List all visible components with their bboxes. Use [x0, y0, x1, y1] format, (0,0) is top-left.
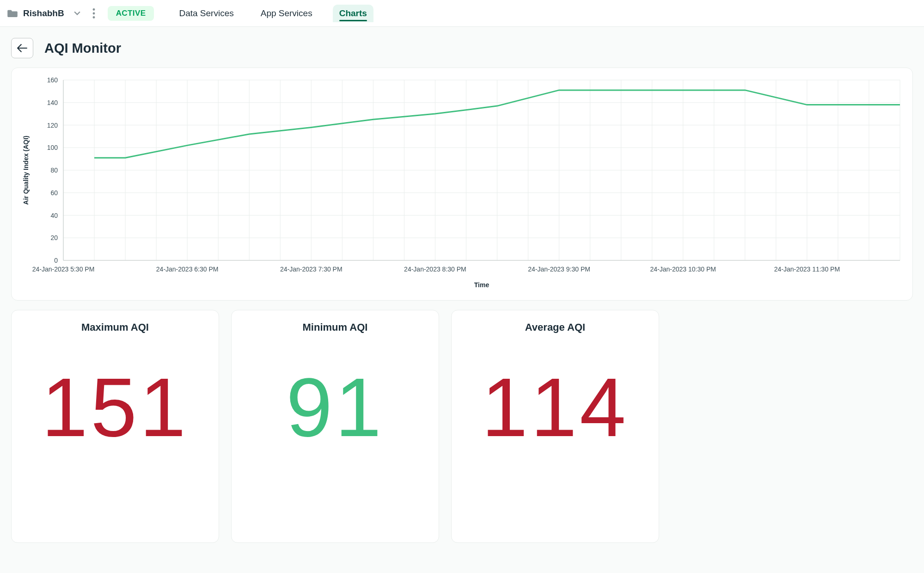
svg-text:120: 120: [47, 122, 58, 129]
svg-text:140: 140: [47, 99, 58, 106]
svg-text:100: 100: [47, 144, 58, 151]
aqi-line-chart-svg: 02040608010012014016024-Jan-2023 5:30 PM…: [17, 75, 905, 293]
dots-vertical-icon: [92, 8, 95, 18]
svg-text:Time: Time: [474, 281, 490, 289]
svg-point-2: [92, 16, 95, 18]
stat-value: 91: [286, 366, 384, 449]
svg-text:24-Jan-2023 11:30 PM: 24-Jan-2023 11:30 PM: [774, 265, 840, 273]
aqi-line-chart-card: 02040608010012014016024-Jan-2023 5:30 PM…: [11, 68, 913, 301]
svg-text:24-Jan-2023 10:30 PM: 24-Jan-2023 10:30 PM: [650, 265, 716, 273]
project-menu-button[interactable]: [87, 7, 100, 20]
project-selector[interactable]: RishabhB: [7, 8, 67, 18]
svg-text:24-Jan-2023 9:30 PM: 24-Jan-2023 9:30 PM: [528, 265, 590, 273]
svg-text:80: 80: [50, 166, 58, 174]
topbar: RishabhB ACTIVE Data Services App Servic…: [0, 0, 924, 27]
aqi-line-chart: 02040608010012014016024-Jan-2023 5:30 PM…: [17, 75, 907, 295]
svg-text:160: 160: [47, 76, 58, 84]
page-title: AQI Monitor: [44, 41, 121, 56]
svg-text:60: 60: [50, 189, 58, 197]
stat-value: 114: [482, 366, 629, 449]
page-body: AQI Monitor 02040608010012014016024-Jan-…: [0, 27, 924, 573]
svg-text:40: 40: [50, 212, 58, 219]
svg-text:0: 0: [54, 257, 58, 264]
svg-text:20: 20: [50, 234, 58, 241]
stat-cards-row: Maximum AQI 151 Minimum AQI 91 Average A…: [11, 310, 913, 543]
svg-text:Air Quality Index (AQI): Air Quality Index (AQI): [22, 136, 30, 204]
status-badge: ACTIVE: [108, 6, 154, 21]
svg-text:24-Jan-2023 7:30 PM: 24-Jan-2023 7:30 PM: [280, 265, 343, 273]
stat-title: Maximum AQI: [81, 321, 149, 333]
stat-title: Minimum AQI: [303, 321, 368, 333]
stat-card-min: Minimum AQI 91: [231, 310, 439, 543]
folder-icon: [7, 9, 18, 18]
project-dropdown-toggle[interactable]: [71, 7, 84, 20]
svg-text:24-Jan-2023 5:30 PM: 24-Jan-2023 5:30 PM: [32, 265, 95, 273]
svg-text:24-Jan-2023 8:30 PM: 24-Jan-2023 8:30 PM: [404, 265, 466, 273]
svg-point-0: [92, 8, 95, 11]
arrow-left-icon: [17, 44, 27, 52]
caret-down-icon: [74, 11, 80, 16]
tab-data-services[interactable]: Data Services: [172, 5, 240, 22]
svg-point-1: [92, 12, 95, 14]
back-button[interactable]: [11, 38, 33, 58]
stat-card-max: Maximum AQI 151: [11, 310, 219, 543]
stat-title: Average AQI: [525, 321, 585, 333]
tab-charts[interactable]: Charts: [333, 5, 373, 22]
page-header: AQI Monitor: [11, 38, 913, 58]
svg-text:24-Jan-2023 6:30 PM: 24-Jan-2023 6:30 PM: [156, 265, 219, 273]
tab-app-services[interactable]: App Services: [254, 5, 319, 22]
project-name: RishabhB: [23, 8, 64, 18]
stat-card-avg: Average AQI 114: [451, 310, 659, 543]
nav-tabs: Data Services App Services Charts: [172, 5, 373, 22]
stat-value: 151: [42, 366, 189, 449]
